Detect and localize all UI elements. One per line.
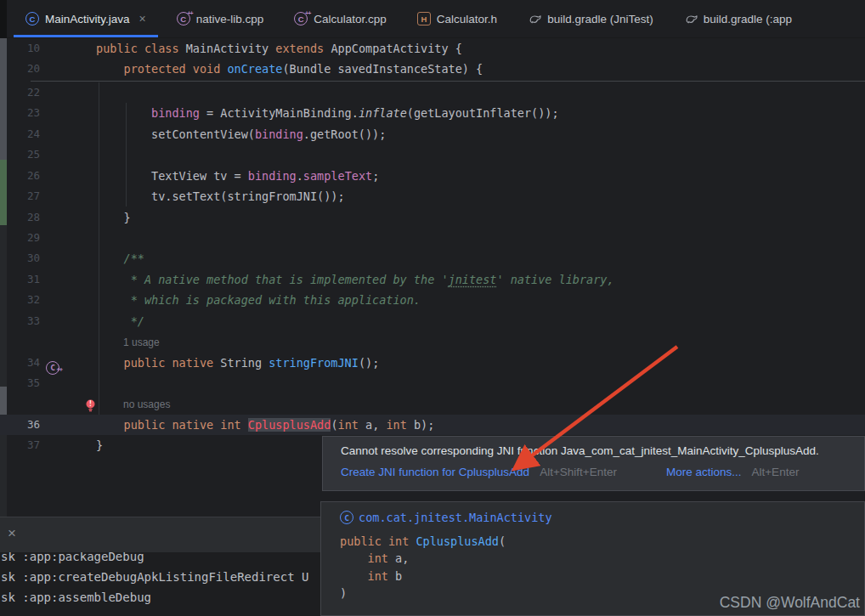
tab-calculator-h[interactable]: HCalculator.h	[402, 0, 512, 37]
code-text: /**	[0, 248, 865, 268]
line-number[interactable]: 20	[0, 59, 40, 79]
code-line[interactable]: 33 */	[0, 311, 865, 331]
code-line[interactable]: 36 public native int CplusplusAdd(int a,…	[0, 415, 865, 435]
tabbar-left-edge	[0, 0, 7, 38]
inlay-hint-row: 1 usage	[0, 331, 865, 352]
code-line[interactable]: 31 * A native method that is implemented…	[0, 269, 865, 290]
inlay-hint[interactable]: no usages	[123, 394, 170, 415]
code-line[interactable]: 29	[0, 228, 865, 248]
code-token: )	[340, 586, 347, 600]
inlay-hint-row: !no usages	[0, 393, 865, 414]
code-line[interactable]: 20 protected void onCreate(Bundle savedI…	[0, 59, 865, 79]
code-token: binding	[248, 169, 297, 183]
code-text: binding = ActivityMainBinding.inflate(ge…	[0, 103, 865, 123]
code-line[interactable]: 22	[0, 82, 865, 103]
code-line[interactable]: 10public class MainActivity extends AppC…	[0, 38, 865, 59]
line-number[interactable]: 27	[0, 186, 40, 206]
code-token	[96, 356, 124, 370]
line-number[interactable]: 36	[0, 415, 40, 435]
code-token	[340, 551, 368, 565]
line-number[interactable]: 35	[0, 373, 40, 393]
code-token	[96, 62, 124, 76]
code-token: }	[96, 438, 103, 452]
line-number[interactable]: 30	[0, 248, 40, 268]
code-token: binding	[255, 127, 303, 141]
code-token: int	[386, 418, 406, 432]
code-line[interactable]: 24 setContentView(binding.getRoot());	[0, 124, 865, 144]
code-token: tv.setText(stringFromJNI());	[96, 189, 345, 203]
line-number[interactable]: 34	[0, 353, 40, 373]
code-token: public native int	[124, 418, 248, 432]
tab-build-gradle-app[interactable]: build.gradle (:app	[669, 0, 807, 37]
line-number[interactable]: 32	[0, 290, 40, 310]
tab-label: Calculator.h	[437, 13, 497, 25]
code-text: public native int CplusplusAdd(int a, in…	[0, 415, 865, 435]
close-icon[interactable]: ×	[139, 12, 146, 25]
code-line[interactable]: 25	[0, 144, 865, 165]
signature-line: int a,	[340, 550, 864, 567]
code-token: * A native method that is implemented by…	[96, 273, 449, 286]
inlay-hint[interactable]: 1 usage	[123, 332, 160, 353]
line-number[interactable]: 23	[0, 103, 40, 123]
line-number[interactable]: 37	[0, 435, 40, 455]
tab-bar: CMainActivity.java×C++native-lib.cppC++C…	[0, 0, 865, 38]
code-line[interactable]: 26 TextView tv = binding.sampleText;	[0, 166, 865, 186]
code-line[interactable]: 34C++ public native String stringFromJNI…	[0, 353, 865, 373]
code-line[interactable]: 30 /**	[0, 248, 865, 268]
code-line[interactable]: 23 binding = ActivityMainBinding.inflate…	[0, 103, 865, 123]
code-token	[96, 418, 124, 432]
line-number[interactable]: 29	[0, 228, 40, 248]
more-actions-link[interactable]: More actions...	[666, 466, 742, 478]
line-number[interactable]: 33	[0, 311, 40, 331]
code-text: }	[0, 207, 865, 228]
code-line[interactable]: 27 tv.setText(stringFromJNI());	[0, 186, 865, 206]
tab-build-gradle-jnitest-[interactable]: build.gradle (JniTest)	[512, 0, 669, 37]
code-text: * A native method that is implemented by…	[0, 269, 865, 290]
code-token: AppCompatActivity {	[331, 42, 461, 55]
code-token: (	[499, 534, 506, 548]
code-token	[340, 569, 368, 583]
class-reference[interactable]: com.cat.jnitest.MainActivity	[359, 511, 552, 524]
tab-mainactivity-java[interactable]: CMainActivity.java×	[10, 0, 161, 37]
header-file-icon: H	[417, 12, 431, 25]
tab-native-lib-cpp[interactable]: C++native-lib.cpp	[161, 0, 280, 37]
build-output-line: sk :app:assembleDebug	[1, 588, 151, 607]
code-token: * which is packaged with this applicatio…	[96, 293, 421, 307]
code-token: String	[220, 356, 269, 370]
gradle-elephant-icon	[528, 12, 541, 25]
watermark: CSDN @WolfAndCat	[720, 594, 860, 612]
code-line[interactable]: 28 }	[0, 207, 865, 228]
code-token: ' native library,	[496, 273, 613, 286]
code-token: */	[96, 314, 144, 328]
gradle-elephant-icon	[684, 12, 698, 25]
line-number[interactable]: 25	[0, 144, 40, 165]
code-text: TextView tv = binding.sampleText;	[0, 166, 865, 186]
line-number[interactable]: 31	[0, 269, 40, 290]
line-number[interactable]: 10	[0, 38, 40, 59]
signature-line: public int CplusplusAdd(	[340, 533, 864, 550]
line-number[interactable]: 22	[0, 82, 40, 103]
code-token: jnitest	[449, 273, 497, 286]
method-signature: public int CplusplusAdd( int a, int b)	[340, 533, 864, 602]
code-lines: 10public class MainActivity extends AppC…	[0, 38, 865, 456]
code-text: tv.setText(stringFromJNI());	[0, 186, 865, 206]
code-text: * which is packaged with this applicatio…	[0, 290, 865, 310]
code-token: b);	[407, 418, 435, 432]
code-token: inflate	[359, 106, 407, 120]
close-icon[interactable]: ×	[8, 526, 16, 540]
line-number[interactable]: 26	[0, 166, 40, 186]
code-token: extends	[275, 42, 331, 55]
tab-calculator-cpp[interactable]: C++Calculator.cpp	[279, 0, 402, 37]
tab-label: build.gradle (:app	[704, 13, 792, 25]
code-line[interactable]: 35	[0, 373, 865, 393]
line-number[interactable]: 28	[0, 207, 40, 228]
line-number[interactable]: 24	[0, 124, 40, 144]
code-token: public class	[96, 42, 186, 55]
error-tooltip: Cannot resolve corresponding JNI functio…	[322, 436, 865, 491]
tab-label: Calculator.cpp	[314, 13, 387, 25]
code-line[interactable]: 32 * which is packaged with this applica…	[0, 290, 865, 310]
code-token: a,	[388, 551, 409, 565]
code-token: CplusplusAdd	[248, 418, 331, 432]
cpp-file-icon: C++	[294, 12, 308, 25]
create-jni-function-link[interactable]: Create JNI function for CplusplusAdd	[341, 466, 529, 478]
